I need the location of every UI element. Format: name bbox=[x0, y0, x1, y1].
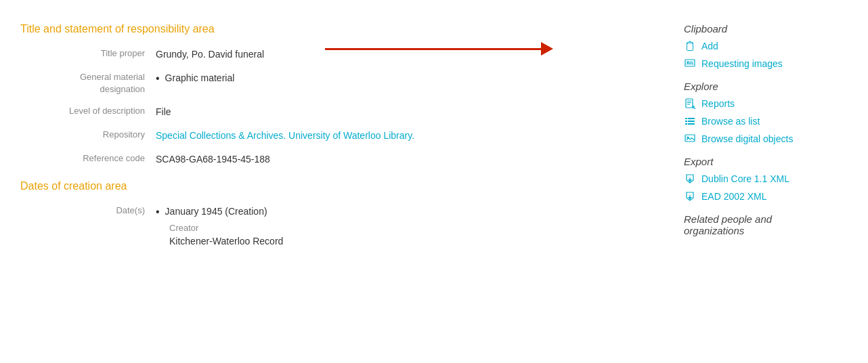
sidebar: Clipboard Add Re bbox=[677, 14, 840, 349]
red-arrow bbox=[325, 42, 553, 56]
title-proper-row: Title proper Grundy, Po. David funeral bbox=[20, 46, 657, 62]
ead-xml-item[interactable]: EAD 2002 XML bbox=[684, 190, 826, 202]
requesting-images-label: Requesting images bbox=[701, 58, 783, 69]
clipboard-section: Clipboard Add Re bbox=[684, 23, 826, 70]
level-description-value: File bbox=[156, 104, 657, 119]
svg-rect-3 bbox=[686, 99, 693, 108]
repository-value: Special Collections & Archives. Universi… bbox=[156, 127, 657, 143]
arrow-head bbox=[541, 42, 553, 56]
related-people-title: Related people and organizations bbox=[684, 213, 826, 236]
reports-label: Reports bbox=[701, 98, 735, 109]
svg-line-8 bbox=[695, 108, 696, 110]
browse-digital-item[interactable]: Browse digital objects bbox=[684, 133, 826, 145]
svg-rect-14 bbox=[688, 123, 695, 125]
level-description-label: Level of description bbox=[20, 104, 156, 117]
reports-icon bbox=[684, 98, 696, 110]
svg-rect-15 bbox=[685, 135, 695, 142]
requesting-images-item[interactable]: Requesting images bbox=[684, 58, 826, 70]
browse-list-label: Browse as list bbox=[701, 116, 760, 127]
title-proper-label: Title proper bbox=[20, 46, 156, 60]
requesting-images-icon bbox=[684, 58, 696, 70]
level-description-row: Level of description File bbox=[20, 104, 657, 119]
repository-label: Repository bbox=[20, 127, 156, 141]
dublin-core-icon bbox=[684, 173, 696, 185]
export-section: Export Dublin Core 1.1 XML bbox=[684, 156, 826, 202]
bullet-dot: • bbox=[156, 71, 160, 86]
add-icon bbox=[684, 40, 696, 52]
clipboard-title: Clipboard bbox=[684, 23, 826, 35]
ead-xml-label: EAD 2002 XML bbox=[701, 191, 767, 202]
dublin-core-label: Dublin Core 1.1 XML bbox=[701, 173, 789, 184]
reference-code-label: Reference code bbox=[20, 151, 156, 165]
creator-label: Creator bbox=[169, 221, 657, 235]
reference-code-value: SCA98-GA68-1945-45-188 bbox=[156, 151, 657, 167]
ead-xml-icon bbox=[684, 190, 696, 202]
general-material-row: General materialdesignation • Graphic ma… bbox=[20, 70, 657, 95]
svg-rect-12 bbox=[688, 121, 695, 122]
dates-section-heading: Dates of creation area bbox=[20, 180, 657, 192]
svg-rect-10 bbox=[688, 118, 695, 119]
explore-title: Explore bbox=[684, 81, 826, 92]
svg-rect-9 bbox=[685, 118, 687, 119]
dates-label: Date(s) bbox=[20, 203, 156, 217]
dates-value: • January 1945 (Creation) Creator Kitche… bbox=[156, 203, 657, 249]
browse-list-icon bbox=[684, 115, 696, 127]
browse-digital-icon bbox=[684, 133, 696, 145]
repository-link[interactable]: Special Collections & Archives. Universi… bbox=[156, 130, 414, 141]
reports-item[interactable]: Reports bbox=[684, 98, 826, 110]
svg-rect-11 bbox=[685, 121, 687, 122]
creator-value: Kitchener-Waterloo Record bbox=[169, 234, 657, 249]
general-material-label: General materialdesignation bbox=[20, 70, 156, 95]
add-item[interactable]: Add bbox=[684, 40, 826, 52]
export-title: Export bbox=[684, 156, 826, 167]
dublin-core-item[interactable]: Dublin Core 1.1 XML bbox=[684, 173, 826, 185]
dates-row: Date(s) • January 1945 (Creation) Creato… bbox=[20, 203, 657, 249]
svg-point-7 bbox=[692, 106, 695, 108]
add-label: Add bbox=[701, 41, 718, 51]
svg-rect-13 bbox=[685, 123, 687, 125]
arrow-line bbox=[325, 48, 542, 50]
browse-digital-label: Browse digital objects bbox=[701, 133, 793, 144]
browse-list-item[interactable]: Browse as list bbox=[684, 115, 826, 127]
title-section-heading: Title and statement of responsibility ar… bbox=[20, 23, 657, 35]
general-material-value: • Graphic material bbox=[156, 70, 657, 86]
main-content: Title and statement of responsibility ar… bbox=[0, 14, 677, 349]
date-bullet-dot: • bbox=[156, 205, 160, 219]
repository-row: Repository Special Collections & Archive… bbox=[20, 127, 657, 143]
reference-code-row: Reference code SCA98-GA68-1945-45-188 bbox=[20, 151, 657, 167]
related-people-section: Related people and organizations bbox=[684, 213, 826, 236]
title-proper-value: Grundy, Po. David funeral bbox=[156, 46, 657, 62]
explore-section: Explore Reports bbox=[684, 81, 826, 145]
